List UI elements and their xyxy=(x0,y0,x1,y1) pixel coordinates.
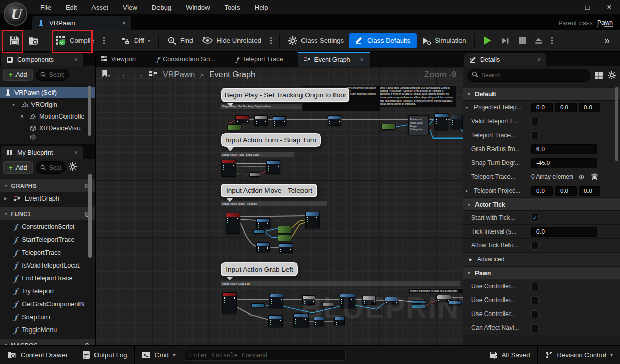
breadcrumb-root[interactable]: VRPawn xyxy=(163,70,195,79)
bookmarks-button[interactable]: ▾ xyxy=(102,70,110,79)
graph-node[interactable] xyxy=(253,229,265,234)
details-scrollbar[interactable] xyxy=(615,87,618,161)
function-item[interactable]: ƒEndTeleportTrace xyxy=(0,272,95,285)
functions-section-header[interactable]: ▾ FUNC1 ⊕ xyxy=(0,207,95,220)
number-field[interactable]: 0.0 xyxy=(531,227,597,237)
graph-node[interactable] xyxy=(451,115,463,129)
vector-field[interactable]: 0.0 xyxy=(579,186,600,196)
vector-field[interactable]: 0.0 xyxy=(579,103,600,112)
tree-item[interactable]: XRDeviceVisu xyxy=(0,122,95,134)
add-element-icon[interactable]: ⊕ xyxy=(579,173,585,181)
graph-item-eventgraph[interactable]: ▸ EventGraph xyxy=(0,192,95,205)
tab-components[interactable]: Components × xyxy=(1,53,83,66)
function-item[interactable]: ƒTeleportTrace xyxy=(0,246,95,259)
details-search-input[interactable] xyxy=(481,72,585,79)
graph-node[interactable] xyxy=(235,115,249,123)
graph-node[interactable] xyxy=(328,115,341,126)
checkbox[interactable] xyxy=(531,242,539,250)
my-blueprint-scrollbar[interactable] xyxy=(88,174,92,258)
vector-field[interactable]: 0.0 xyxy=(555,103,577,112)
graph-node[interactable] xyxy=(254,115,268,126)
graph-node[interactable] xyxy=(222,292,237,313)
my-blueprint-search-input[interactable] xyxy=(49,164,61,171)
graph-node[interactable] xyxy=(221,160,236,177)
display-filter-icon[interactable] xyxy=(595,72,603,79)
all-saved-button[interactable]: All Saved xyxy=(482,346,537,364)
graph-node[interactable] xyxy=(305,212,320,228)
graph-node[interactable] xyxy=(256,218,270,228)
tab-construction-scr-[interactable]: ƒConstruction Scr... xyxy=(151,52,231,67)
checkbox[interactable]: ✓ xyxy=(531,214,539,222)
graph-node[interactable] xyxy=(227,124,241,130)
details-section-header[interactable]: ▾Pawn xyxy=(463,267,620,279)
number-field[interactable]: 6.0 xyxy=(531,144,597,154)
menu-asset[interactable]: Asset xyxy=(84,0,116,14)
class-defaults-button[interactable]: Class Defaults xyxy=(349,33,417,48)
menu-help[interactable]: Help xyxy=(247,0,276,14)
graph-node[interactable] xyxy=(251,303,265,307)
add-component-button[interactable]: +Add xyxy=(3,69,33,81)
components-scrollbar[interactable] xyxy=(88,86,91,136)
close-tab-icon[interactable]: × xyxy=(360,56,364,63)
comment-title-bubble[interactable]: Input Action Grab Left xyxy=(221,262,298,276)
settings-gear-icon[interactable] xyxy=(608,71,616,79)
tab-my-blueprint[interactable]: My Blueprint × xyxy=(1,146,83,159)
menu-window[interactable]: Window xyxy=(179,0,217,14)
class-settings-button[interactable]: Class Settings xyxy=(284,32,348,49)
stop-button[interactable] xyxy=(515,32,530,49)
graph-node[interactable] xyxy=(266,160,280,174)
chevron-right-icon[interactable]: ▸ xyxy=(466,188,471,193)
find-button[interactable]: Find xyxy=(163,32,197,49)
add-macro-icon[interactable]: ⊕ xyxy=(84,341,90,346)
tab-teleport-trace[interactable]: ƒTeleport Trace xyxy=(231,52,298,67)
graphs-section-header[interactable]: ▾ GRAPHS ⊕ xyxy=(0,179,95,192)
revision-control-button[interactable]: Revision Control ▾ xyxy=(538,346,620,364)
console-command-input[interactable] xyxy=(185,350,346,361)
tab-details[interactable]: Details × xyxy=(464,53,546,66)
graph-node[interactable] xyxy=(381,124,396,130)
chevron-down-icon[interactable]: ▾ xyxy=(21,113,26,119)
hide-unrelated-options-icon[interactable] xyxy=(270,40,272,41)
vector-field[interactable]: 0.0 xyxy=(531,103,553,112)
cmd-dropdown[interactable]: Cmd ▾ xyxy=(135,346,182,364)
tree-item[interactable]: ▾VROrigin xyxy=(0,98,95,110)
details-section-header[interactable]: ▾Actor Tick xyxy=(463,198,620,211)
diff-button[interactable]: Diff ▾ xyxy=(117,32,154,49)
close-panel-icon[interactable]: × xyxy=(74,149,78,156)
tab-event-graph[interactable]: Event Graph× xyxy=(298,52,370,67)
function-item[interactable]: ƒGetGrabComponentN xyxy=(0,297,95,310)
function-item[interactable]: ƒStartTeleportTrace xyxy=(0,233,95,246)
graph-node[interactable] xyxy=(256,242,270,252)
graph-node[interactable] xyxy=(226,213,240,234)
close-tab-icon[interactable]: × xyxy=(122,19,126,27)
back-icon[interactable]: ← xyxy=(121,70,130,80)
browse-to-asset-button[interactable] xyxy=(24,32,43,49)
details-section-header[interactable]: ▾Default xyxy=(463,88,620,101)
asset-tab-vrpawn[interactable]: VRPawn × xyxy=(32,16,131,30)
graph-node[interactable] xyxy=(273,116,286,126)
checkbox[interactable] xyxy=(531,118,539,125)
parent-class-value[interactable]: Pawn xyxy=(597,19,613,27)
chevron-right-icon[interactable]: ▸ xyxy=(4,195,10,201)
graph-node[interactable] xyxy=(269,294,283,308)
graph-node[interactable] xyxy=(278,235,291,241)
content-drawer-button[interactable]: Content Drawer xyxy=(0,346,75,364)
expand-toolbar-icon[interactable]: » xyxy=(604,35,609,46)
checkbox[interactable] xyxy=(531,131,539,139)
components-search-input[interactable] xyxy=(49,71,64,78)
close-panel-icon[interactable]: × xyxy=(74,56,78,63)
eject-button[interactable] xyxy=(531,32,547,49)
menu-debug[interactable]: Debug xyxy=(145,0,179,14)
menu-edit[interactable]: Edit xyxy=(58,0,84,14)
comment-title-bubble[interactable]: Input Action Move - Teleport xyxy=(221,184,317,197)
vector-field[interactable]: 0.0 xyxy=(531,186,553,196)
output-log-button[interactable]: Output Log xyxy=(75,346,134,364)
compile-options-icon[interactable] xyxy=(103,40,105,41)
function-item[interactable]: ƒTryTeleport xyxy=(0,285,95,297)
play-button[interactable] xyxy=(479,32,496,49)
play-options-icon[interactable] xyxy=(551,40,553,41)
macros-section-header[interactable]: ▾ MACROS ⊕ xyxy=(0,339,95,345)
chevron-down-icon[interactable]: ▾ xyxy=(12,102,18,107)
function-item[interactable]: ƒConstructionScript xyxy=(0,220,95,233)
frame-skip-button[interactable] xyxy=(497,32,514,49)
